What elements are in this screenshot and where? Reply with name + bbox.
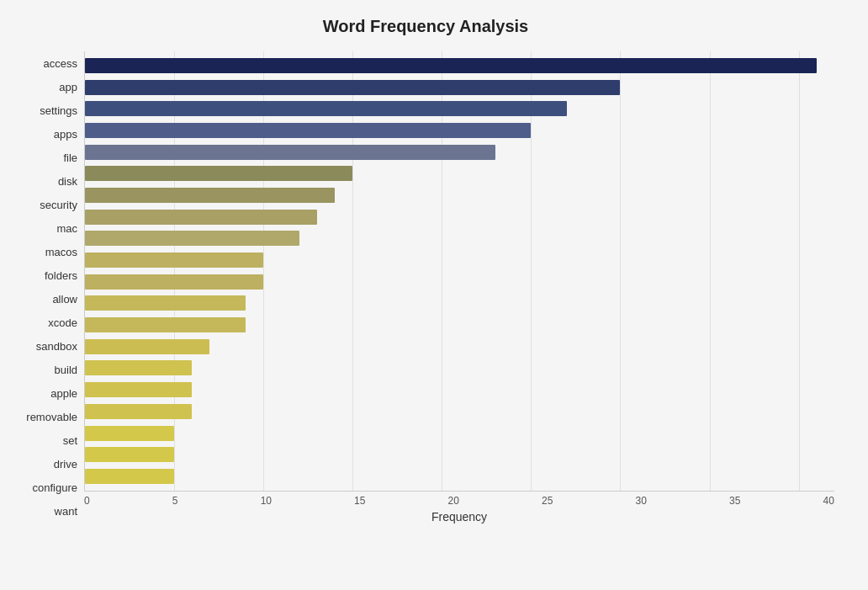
bar xyxy=(85,317,246,332)
x-tick: 10 xyxy=(261,495,272,507)
x-tick: 15 xyxy=(354,495,365,507)
bar xyxy=(85,166,352,181)
x-axis: 0510152025303540 xyxy=(84,492,834,507)
y-label: file xyxy=(63,146,77,169)
bar xyxy=(85,252,263,268)
bar-row xyxy=(85,316,834,334)
y-label: build xyxy=(55,359,77,382)
bar-row xyxy=(85,78,834,97)
bar xyxy=(85,360,192,375)
x-tick: 30 xyxy=(636,495,647,507)
bar xyxy=(85,145,495,160)
y-label: configure xyxy=(33,476,77,500)
y-label: mac xyxy=(56,216,77,240)
x-tick: 20 xyxy=(448,495,459,507)
bar xyxy=(85,274,263,290)
y-label: set xyxy=(63,429,77,453)
bar-row xyxy=(85,338,834,356)
bar-row xyxy=(85,294,834,312)
y-label: apps xyxy=(54,122,77,146)
bar-row xyxy=(85,424,834,443)
y-label: disk xyxy=(58,169,77,193)
bar xyxy=(85,58,817,73)
y-label: xcode xyxy=(48,311,77,335)
bar xyxy=(85,295,246,311)
bar xyxy=(85,231,299,246)
bar-row xyxy=(85,56,834,75)
chart-title: Word Frequency Analysis xyxy=(17,17,834,36)
bar xyxy=(85,426,174,441)
bar-row xyxy=(85,273,834,291)
y-label: apple xyxy=(50,382,77,406)
y-label: want xyxy=(55,500,77,524)
y-axis: accessappsettingsappsfiledisksecuritymac… xyxy=(17,51,84,524)
bar xyxy=(85,123,531,138)
x-tick: 0 xyxy=(84,495,90,507)
chart-area: accessappsettingsappsfiledisksecuritymac… xyxy=(17,51,834,524)
bars-area xyxy=(84,51,834,492)
y-label: sandbox xyxy=(36,335,77,359)
x-tick: 25 xyxy=(542,495,553,507)
chart-container: Word Frequency Analysis accessappsetting… xyxy=(0,0,868,590)
x-tick: 5 xyxy=(172,495,178,507)
y-label: macos xyxy=(45,240,77,263)
bar-row xyxy=(85,445,834,464)
bar xyxy=(85,404,192,419)
y-label: drive xyxy=(54,453,77,476)
bar-row xyxy=(85,467,834,486)
bar-row xyxy=(85,208,834,226)
bar-row xyxy=(85,402,834,421)
y-label: security xyxy=(40,193,77,216)
bar xyxy=(85,382,192,397)
y-label: folders xyxy=(45,263,77,287)
bar-row xyxy=(85,359,834,377)
bar xyxy=(85,210,317,225)
bar xyxy=(85,80,620,95)
y-label: app xyxy=(59,75,77,98)
x-tick: 40 xyxy=(823,495,834,507)
y-label: allow xyxy=(52,287,77,311)
bar-row xyxy=(85,229,834,247)
bar xyxy=(85,101,567,116)
bar-row xyxy=(85,164,834,183)
bar-row xyxy=(85,143,834,162)
bar xyxy=(85,339,209,354)
bar-row xyxy=(85,251,834,269)
bar xyxy=(85,469,174,484)
y-label: settings xyxy=(40,98,77,122)
bar-row xyxy=(85,380,834,399)
bar xyxy=(85,447,174,462)
x-axis-label: Frequency xyxy=(84,510,834,524)
bar xyxy=(85,188,335,203)
bar-row xyxy=(85,99,834,118)
y-label: access xyxy=(44,51,77,75)
bar-row xyxy=(85,186,834,205)
x-tick: 35 xyxy=(729,495,740,507)
y-label: removable xyxy=(26,406,77,429)
bar-row xyxy=(85,121,834,140)
bars-and-xaxis: 0510152025303540 Frequency xyxy=(84,51,834,524)
